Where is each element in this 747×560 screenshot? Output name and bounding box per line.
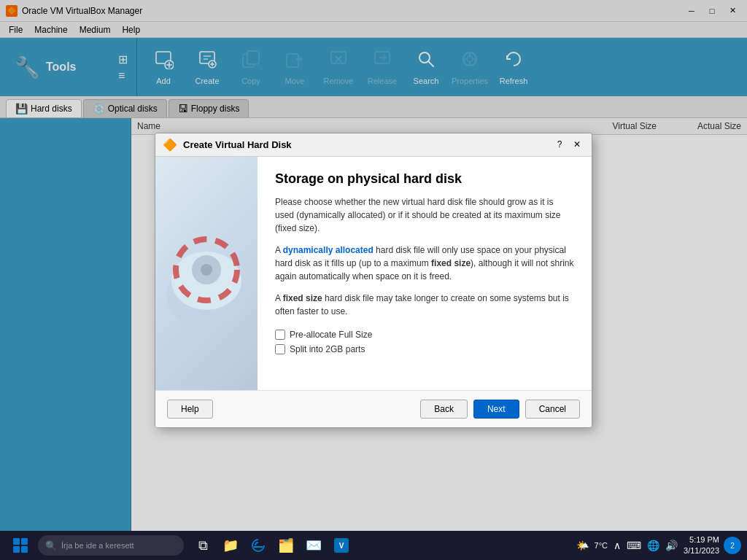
notification-count: 2 — [730, 542, 735, 550]
help-button[interactable]: Help — [167, 400, 213, 419]
checkboxes-section: Pre-allocate Full Size Split into 2GB pa… — [275, 330, 574, 354]
split-checkbox[interactable] — [275, 344, 285, 354]
fixed-size-emphasis: fixed size — [431, 258, 471, 268]
network-icon[interactable]: 🌐 — [646, 538, 661, 553]
description-para-2: A dynamically allocated hard disk file w… — [275, 244, 574, 283]
main-area: Name Virtual Size Actual Size 🔶 Create V… — [0, 118, 747, 531]
taskbar-tray: 🌤️ 7°C ∧ ⌨ 🌐 🔊 5:19 PM 3/11/2023 2 — [575, 534, 741, 557]
back-button[interactable]: Back — [420, 400, 468, 419]
create-virtual-disk-dialog: 🔶 Create Virtual Hard Disk ? ✕ — [155, 133, 592, 428]
dynamic-emphasis: dynamically allocated — [283, 245, 374, 255]
page-layout: 🔧 Tools ⊞ ≡ Add — [0, 38, 747, 531]
clock-date: 3/11/2023 — [684, 545, 719, 556]
split-row: Split into 2GB parts — [275, 344, 574, 354]
preallocate-label[interactable]: Pre-allocate Full Size — [290, 330, 372, 340]
edge-app[interactable] — [245, 532, 271, 559]
modal-description-3: A fixed size hard disk file may take lon… — [275, 292, 574, 318]
modal-help-button[interactable]: ? — [552, 137, 567, 152]
modal-description-2: A dynamically allocated hard disk file w… — [275, 244, 574, 283]
tray-icons: 🌤️ 7°C ∧ ⌨ 🌐 🔊 — [575, 538, 679, 553]
preallocate-row: Pre-allocate Full Size — [275, 330, 574, 340]
system-clock[interactable]: 5:19 PM 3/11/2023 — [684, 534, 719, 557]
taskbar-search-input[interactable] — [61, 541, 177, 550]
modal-title-buttons: ? ✕ — [552, 137, 584, 152]
keyboard-icon[interactable]: ⌨ — [625, 538, 643, 553]
modal-title-bar: 🔶 Create Virtual Hard Disk ? ✕ — [155, 133, 592, 157]
split-label[interactable]: Split into 2GB parts — [290, 344, 365, 354]
taskbar-search[interactable]: 🔍 — [38, 535, 184, 556]
content-area: Name Virtual Size Actual Size 🔶 Create V… — [131, 118, 747, 531]
disk-illustration — [163, 215, 250, 332]
preallocate-checkbox[interactable] — [275, 330, 285, 340]
volume-icon[interactable]: 🔊 — [664, 538, 679, 553]
modal-footer: Help Back Next Cancel — [155, 390, 592, 427]
next-button[interactable]: Next — [473, 400, 519, 419]
fixed-size-emphasis-2: fixed size — [283, 293, 322, 303]
virtualbox-app[interactable]: V — [328, 532, 355, 559]
modal-title-icon: 🔶 — [163, 138, 177, 152]
modal-close-button[interactable]: ✕ — [570, 137, 584, 152]
modal-body: Storage on physical hard disk Please cho… — [155, 157, 592, 390]
windows-logo-icon — [13, 538, 28, 553]
footer-right: Back Next Cancel — [420, 400, 580, 419]
weather-icon[interactable]: 🌤️ — [575, 538, 590, 553]
clock-time: 5:19 PM — [684, 534, 719, 545]
svg-point-31 — [201, 264, 212, 276]
modal-heading: Storage on physical hard disk — [275, 171, 574, 187]
weather-temp: 7°C — [593, 540, 609, 551]
taskview-button[interactable]: ⧉ — [190, 532, 216, 559]
description-para-3: A fixed size hard disk file may take lon… — [275, 292, 574, 318]
mail-app[interactable]: ✉️ — [301, 532, 327, 559]
start-button[interactable] — [6, 531, 35, 560]
notification-button[interactable]: 2 — [724, 537, 741, 554]
modal-sidebar-graphic — [155, 157, 258, 390]
modal-title-text: Create Virtual Hard Disk — [183, 139, 546, 150]
modal-content-area: Storage on physical hard disk Please cho… — [258, 157, 592, 390]
taskbar-search-icon: 🔍 — [45, 540, 57, 551]
modal-description-1: Please choose whether the new virtual ha… — [275, 195, 574, 235]
cancel-button[interactable]: Cancel — [525, 400, 580, 419]
taskbar: 🔍 ⧉ 📁 🗂️ ✉️ V 🌤️ 7°C ∧ ⌨ 🌐 🔊 5:19 P — [0, 531, 747, 560]
chevron-up-icon[interactable]: ∧ — [612, 538, 622, 553]
files-app[interactable]: 🗂️ — [273, 532, 299, 559]
footer-left: Help — [167, 400, 213, 419]
taskbar-apps: ⧉ 📁 🗂️ ✉️ V — [190, 532, 355, 559]
description-para-1: Please choose whether the new virtual ha… — [275, 195, 574, 235]
modal-overlay: 🔶 Create Virtual Hard Disk ? ✕ — [0, 0, 747, 560]
explorer-app[interactable]: 📁 — [217, 532, 244, 559]
